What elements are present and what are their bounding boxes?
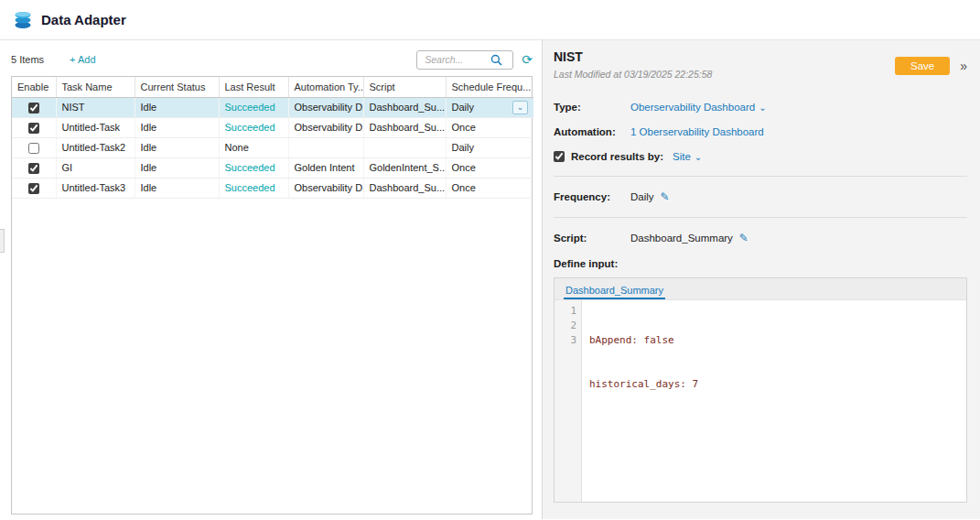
automation-type-cell: Observability D...	[288, 117, 363, 137]
code-line[interactable]: bAppend: false	[589, 333, 966, 348]
frequency-edit-pencil-icon[interactable]: ✎	[661, 190, 670, 203]
editor-code-area[interactable]: bAppend: false historical_days: 7	[582, 300, 966, 502]
schedule-frequency-cell: Once	[446, 157, 533, 178]
search-box[interactable]	[416, 50, 513, 70]
editor-line-numbers: 1 2 3	[555, 300, 582, 502]
record-results-value-link[interactable]: Site	[673, 151, 691, 162]
last-result-cell: None	[219, 137, 288, 157]
row-dropdown-chevron-icon[interactable]: ⌄	[512, 101, 528, 114]
panel-collapse-handle[interactable]	[0, 229, 5, 253]
table-header-row: Enable Task Name Current Status Last Res…	[12, 77, 533, 97]
last-modified-text: Last Modified at 03/19/2025 22:25:58	[554, 69, 712, 80]
task-name-cell: Untitled-Task2	[56, 137, 135, 157]
task-name-cell: Untitled-Task	[56, 117, 135, 137]
last-result-cell: Succeeded	[219, 97, 288, 117]
enable-checkbox[interactable]	[28, 123, 39, 134]
script-cell: Dashboard_Su...	[363, 97, 446, 117]
column-header-script[interactable]: Script	[363, 77, 446, 97]
script-value: Dashboard_Summary	[630, 233, 733, 244]
schedule-frequency-cell: Daily	[452, 102, 474, 113]
divider	[554, 176, 967, 177]
table-row[interactable]: Untitled-Task2 Idle None Daily	[12, 137, 533, 157]
detail-title: NIST	[554, 49, 712, 64]
code-line[interactable]: historical_days: 7	[589, 377, 966, 392]
table-row[interactable]: Untitled-Task3 Idle Succeeded Observabil…	[12, 178, 533, 198]
search-input[interactable]	[423, 53, 490, 66]
column-header-current-status[interactable]: Current Status	[135, 77, 219, 97]
table-row[interactable]: NIST Idle Succeeded Observability D... D…	[12, 97, 533, 117]
line-number: 1	[555, 304, 576, 319]
editor-tab-bar: Dashboard_Summary	[555, 278, 966, 299]
column-header-automation-type[interactable]: Automation Ty...	[288, 77, 363, 97]
record-results-checkbox[interactable]	[554, 151, 565, 162]
automation-value-link[interactable]: 1 Oberservability Dashboard	[630, 126, 764, 137]
editor-body[interactable]: 1 2 3 bAppend: false historical_days: 7	[555, 299, 966, 502]
script-cell: GoldenIntent_S...	[363, 157, 446, 178]
divider	[554, 217, 967, 218]
type-field: Type: Oberservability Dashboard ⌄	[554, 102, 967, 113]
enable-checkbox[interactable]	[28, 163, 39, 174]
task-list-panel: 5 Items + Add ⟳	[0, 40, 542, 519]
enable-checkbox[interactable]	[28, 183, 39, 194]
current-status-cell: Idle	[135, 137, 219, 157]
frequency-value: Daily	[630, 191, 654, 202]
define-input-label: Define input:	[554, 258, 967, 269]
column-header-task-name[interactable]: Task Name	[56, 77, 135, 97]
line-number: 3	[555, 333, 576, 348]
schedule-frequency-cell: Daily	[446, 137, 533, 157]
automation-label: Automation:	[554, 126, 630, 137]
column-header-enable[interactable]: Enable	[12, 77, 56, 97]
task-name-cell: Untitled-Task3	[56, 178, 135, 198]
items-count: 5 Items	[11, 54, 44, 65]
record-results-label: Record results by:	[571, 151, 663, 162]
collapse-panel-icon[interactable]: »	[960, 59, 967, 73]
script-field: Script: Dashboard_Summary ✎	[554, 232, 967, 244]
script-cell: Dashboard_Su...	[363, 117, 446, 137]
app-header: Data Adapter	[0, 0, 980, 40]
script-cell: Dashboard_Su...	[363, 178, 446, 198]
script-input-editor: Dashboard_Summary 1 2 3 bAppend: false h…	[554, 277, 967, 503]
automation-type-cell	[288, 137, 363, 157]
task-table: Enable Task Name Current Status Last Res…	[11, 76, 533, 515]
editor-tab[interactable]: Dashboard_Summary	[564, 282, 665, 299]
detail-header: NIST Last Modified at 03/19/2025 22:25:5…	[554, 49, 967, 80]
script-label: Script:	[554, 233, 630, 244]
last-result-cell: Succeeded	[219, 157, 288, 178]
enable-checkbox[interactable]	[28, 103, 39, 114]
task-detail-panel: NIST Last Modified at 03/19/2025 22:25:5…	[542, 40, 980, 519]
add-task-button[interactable]: + Add	[70, 54, 95, 65]
current-status-cell: Idle	[135, 117, 219, 137]
refresh-icon[interactable]: ⟳	[522, 53, 533, 66]
record-results-chevron-down-icon[interactable]: ⌄	[695, 152, 702, 162]
task-name-cell: NIST	[56, 97, 135, 117]
column-header-last-result[interactable]: Last Result	[219, 77, 288, 97]
search-icon[interactable]	[490, 54, 502, 66]
record-results-field: Record results by: Site ⌄	[554, 151, 967, 162]
task-list-toolbar: 5 Items + Add ⟳	[11, 49, 533, 70]
script-cell	[363, 137, 446, 157]
schedule-frequency-cell: Once	[446, 178, 533, 198]
table-row[interactable]: Untitled-Task Idle Succeeded Observabili…	[12, 117, 533, 137]
automation-type-cell: Golden Intent	[288, 157, 363, 178]
type-value-link[interactable]: Oberservability Dashboard	[630, 102, 755, 113]
table-row[interactable]: GI Idle Succeeded Golden Intent GoldenIn…	[12, 157, 533, 178]
last-result-cell: Succeeded	[219, 178, 288, 198]
current-status-cell: Idle	[135, 178, 219, 198]
enable-checkbox[interactable]	[28, 143, 39, 154]
automation-type-cell: Observability D...	[288, 178, 363, 198]
automation-field: Automation: 1 Oberservability Dashboard	[554, 126, 967, 137]
schedule-frequency-cell: Once	[446, 117, 533, 137]
save-button[interactable]: Save	[895, 57, 950, 75]
script-edit-pencil-icon[interactable]: ✎	[739, 232, 748, 244]
app-logo-icon	[13, 10, 33, 30]
last-result-cell: Succeeded	[219, 117, 288, 137]
frequency-label: Frequency:	[554, 191, 630, 202]
type-chevron-down-icon[interactable]: ⌄	[759, 103, 766, 113]
column-header-schedule-frequency[interactable]: Schedule Frequ...	[446, 77, 533, 97]
frequency-field: Frequency: Daily ✎	[554, 190, 967, 203]
current-status-cell: Idle	[135, 97, 219, 117]
line-number: 2	[555, 319, 576, 333]
task-name-cell: GI	[56, 157, 135, 178]
current-status-cell: Idle	[135, 157, 219, 178]
automation-type-cell: Observability D...	[288, 97, 363, 117]
